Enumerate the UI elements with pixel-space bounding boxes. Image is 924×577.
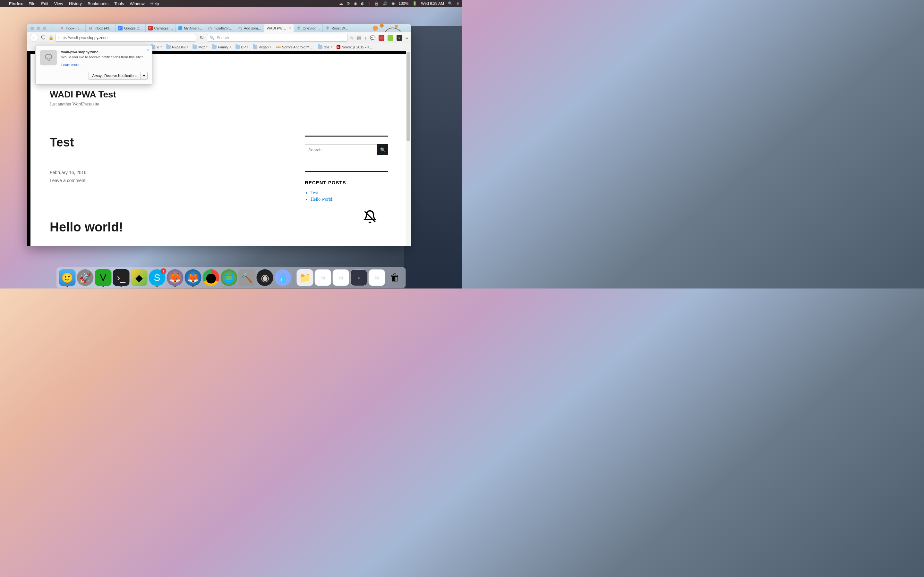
dock-doc-4[interactable]: 📄	[368, 269, 385, 286]
menu-edit[interactable]: Edit	[41, 1, 48, 6]
popup-close-icon[interactable]: ×	[147, 47, 150, 52]
dock-globe-app[interactable]: 🌐	[221, 269, 237, 286]
tab-inbox-1[interactable]: MInbox - ti…	[57, 24, 86, 32]
bookmark-folder[interactable]: Family▾	[212, 45, 231, 49]
post-comment-link[interactable]: Leave a comment	[50, 177, 279, 185]
post-title[interactable]: Test	[50, 135, 279, 149]
backup-icon[interactable]: ◐	[361, 1, 364, 6]
reader-icon[interactable]: ▤	[357, 35, 361, 40]
menu-help[interactable]: Help	[150, 1, 159, 6]
battery-percent[interactable]: 100%	[399, 1, 409, 6]
search-bar[interactable]: 🔍 Search	[207, 34, 347, 42]
tab-carnegie[interactable]: CCarnegie …	[145, 24, 176, 32]
always-receive-button[interactable]: Always Receive Notifications	[89, 72, 141, 80]
tab-label: WADI PW…	[267, 26, 286, 30]
tab-ameri[interactable]: My Ameri…	[176, 24, 205, 32]
dock-doc-1[interactable]: 📄	[315, 269, 331, 286]
github-icon: ◯	[208, 26, 212, 31]
zoom-window-icon[interactable]	[43, 27, 46, 30]
bookmark-xda[interactable]: xdaSony's Android™ …	[276, 45, 313, 49]
sync-icon[interactable]: ◉	[354, 1, 357, 6]
recent-post-link[interactable]: Hello world!	[310, 197, 388, 202]
bookmark-folder[interactable]: dns▾	[318, 45, 332, 49]
menu-window[interactable]: Window	[130, 1, 145, 6]
spotlight-icon[interactable]: 🔍	[448, 1, 453, 6]
post-title[interactable]: Hello world!	[50, 220, 279, 234]
post-date[interactable]: February 16, 2016	[50, 169, 279, 177]
notification-learn-more-link[interactable]: Learn more…	[61, 63, 83, 67]
close-window-icon[interactable]	[31, 27, 34, 30]
lock-icon[interactable]: 🔒	[48, 35, 53, 40]
tab-inbox-2[interactable]: MInbox (43…	[86, 24, 115, 32]
tab-mozilla[interactable]: ◯mozilla/pr…	[205, 24, 235, 32]
chevron-down-icon: ▾	[270, 45, 271, 48]
window-traffic-lights[interactable]	[27, 27, 49, 30]
dock-drop[interactable]: 💧	[275, 269, 291, 286]
bookmark-folder[interactable]: Moz▾	[192, 45, 208, 49]
tab-close-icon[interactable]: ×	[289, 26, 291, 30]
tab-onesign[interactable]: ⓦOneSign…	[294, 24, 323, 32]
comment-ext-icon[interactable]: 💬	[370, 35, 375, 40]
bookmark-folder[interactable]: 'o▾	[151, 45, 162, 49]
mute-bell-icon[interactable]	[363, 210, 377, 224]
bookmark-youtube[interactable]: ▶Nordic.js 2015 • K…	[336, 45, 373, 49]
bookmark-folder[interactable]: Vegan▾	[253, 45, 271, 49]
dock-doc-3[interactable]: ≡	[351, 269, 367, 286]
scrollbar-track[interactable]	[406, 51, 411, 246]
dock-vim[interactable]: V	[95, 269, 111, 286]
dock-trash[interactable]: 🗑	[387, 269, 403, 286]
lock-icon[interactable]: 🔒	[374, 1, 379, 6]
sidebar-search-button[interactable]: 🔍	[377, 144, 388, 155]
tab-add-some[interactable]: ◯Add som…	[235, 24, 264, 32]
dock-app-yellow[interactable]: ◆	[131, 269, 148, 286]
dock-launchpad[interactable]: 🚀	[77, 269, 94, 286]
wifi-icon[interactable]: ◉	[391, 1, 395, 6]
minimize-window-icon[interactable]	[37, 27, 40, 30]
dock-firefox[interactable]: 🦊	[167, 269, 184, 286]
scrollbar-thumb[interactable]	[407, 52, 410, 141]
ext-k-icon[interactable]: k	[397, 35, 402, 41]
notification-options-dropdown[interactable]: ▾	[141, 72, 148, 80]
dock-terminal[interactable]: ›_	[113, 269, 129, 286]
url-bar[interactable]: https://wadi-pwa.sloppy.zone	[55, 34, 196, 42]
dock-skype[interactable]: S1	[149, 269, 166, 286]
downloads-icon[interactable]: ↓	[365, 35, 367, 40]
dock-xcode[interactable]: 🔨	[239, 269, 255, 286]
volume-icon[interactable]: 🔊	[383, 1, 388, 6]
dock-finder[interactable]: 🙂	[59, 269, 76, 286]
back-button[interactable]: ←	[30, 34, 38, 42]
dock-firefox-dev[interactable]: 🦊	[185, 269, 202, 286]
menu-bookmarks[interactable]: Bookmarks	[87, 1, 108, 6]
tab-gcal[interactable]: 17Google C…	[115, 24, 145, 32]
cloud-icon[interactable]: ☁	[339, 1, 343, 6]
hamburger-menu-icon[interactable]: ≡	[405, 35, 408, 40]
reload-button[interactable]: ↻	[198, 35, 205, 41]
notification-center-icon[interactable]: ≡	[457, 1, 459, 6]
bookmark-folder[interactable]: BP▾	[236, 45, 249, 49]
tab-scroll-left-icon[interactable]: ‹	[49, 25, 55, 31]
dock-steam[interactable]: ◉	[257, 269, 273, 286]
tab-roost[interactable]: ⓦRoost W…	[323, 24, 351, 32]
bookmark-folder[interactable]: NESDev▾	[166, 45, 188, 49]
dock-doc-2[interactable]: 📄	[333, 269, 349, 286]
menubar-app-name[interactable]: Firefox	[9, 1, 23, 6]
dock-chrome[interactable]: ⬤	[203, 269, 220, 286]
bluetooth-icon[interactable]: ᛒ	[368, 1, 370, 6]
sidebar-search-input[interactable]	[305, 144, 377, 155]
menu-tools[interactable]: Tools	[114, 1, 124, 6]
site-title[interactable]: WADI PWA Test	[50, 89, 388, 100]
permission-indicator-icon[interactable]: 🗨	[40, 35, 47, 41]
recent-post-link[interactable]: Test	[310, 190, 388, 195]
tab-wadi-pwa[interactable]: WADI PW…×	[264, 24, 294, 32]
menubar-clock[interactable]: Wed 9:29 AM	[421, 1, 444, 6]
menu-view[interactable]: View	[54, 1, 63, 6]
battery-icon[interactable]: 🔋	[412, 1, 417, 6]
menu-history[interactable]: History	[69, 1, 82, 6]
ext-green-icon[interactable]	[388, 35, 393, 41]
updates-icon[interactable]: ⟳	[347, 1, 350, 6]
dock-downloads[interactable]: 📁	[297, 269, 313, 286]
menu-file[interactable]: File	[29, 1, 35, 6]
bookmark-star-icon[interactable]: ☆	[350, 35, 354, 40]
ext-red-icon[interactable]	[379, 35, 384, 41]
firefox-theme-decoration	[366, 23, 411, 34]
